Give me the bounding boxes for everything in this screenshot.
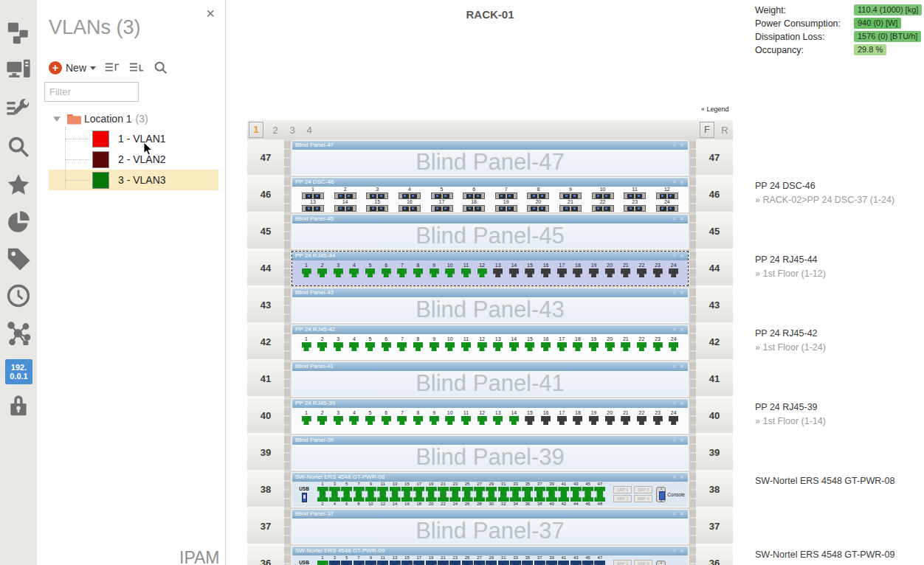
- rack-device-blind[interactable]: Blind Panel-45F RBlind Panel-45: [292, 214, 689, 249]
- rj45-port[interactable]: [570, 487, 582, 494]
- rj45-port[interactable]: [430, 268, 439, 277]
- console-port[interactable]: [656, 561, 666, 565]
- rj45-port[interactable]: [621, 268, 630, 277]
- fiber-duplex-port[interactable]: [302, 193, 324, 199]
- rack-device-blind[interactable]: Blind Panel-41F RBlind Panel-41: [292, 361, 689, 397]
- rj45-port[interactable]: [317, 342, 327, 351]
- rj45-port[interactable]: [637, 416, 647, 425]
- rj45-port[interactable]: [669, 416, 678, 425]
- fiber-duplex-port[interactable]: [624, 193, 646, 199]
- rj45-port[interactable]: [390, 487, 401, 494]
- rj45-port[interactable]: [430, 342, 439, 351]
- rj45-port[interactable]: [334, 416, 343, 425]
- rj45-port[interactable]: [605, 342, 615, 351]
- fiber-duplex-port[interactable]: [334, 205, 356, 212]
- rj45-port[interactable]: [349, 342, 359, 351]
- rj45-port[interactable]: [302, 416, 311, 425]
- pie-chart-icon[interactable]: [6, 209, 31, 235]
- fiber-duplex-port[interactable]: [527, 205, 549, 212]
- usb-port[interactable]: [302, 493, 307, 502]
- rj45-port[interactable]: [594, 494, 605, 502]
- rj45-port[interactable]: [349, 268, 359, 277]
- rj45-port[interactable]: [341, 494, 352, 502]
- fiber-duplex-port[interactable]: [366, 193, 388, 199]
- fiber-duplex-port[interactable]: [592, 193, 614, 199]
- rj45-port[interactable]: [317, 416, 327, 425]
- fiber-duplex-port[interactable]: [592, 205, 614, 212]
- rj45-port[interactable]: [445, 342, 455, 351]
- search-icon[interactable]: [153, 60, 169, 76]
- fiber-duplex-port[interactable]: [624, 205, 646, 212]
- rj45-port[interactable]: [498, 487, 509, 494]
- rj45-port[interactable]: [317, 561, 328, 565]
- fiber-duplex-port[interactable]: [302, 205, 324, 212]
- rj45-port[interactable]: [377, 494, 388, 502]
- rj45-port[interactable]: [377, 487, 388, 494]
- rj45-port[interactable]: [349, 416, 359, 425]
- rj45-port[interactable]: [462, 494, 473, 502]
- rj45-port[interactable]: [341, 487, 352, 494]
- rj45-port[interactable]: [354, 494, 365, 502]
- rj45-port[interactable]: [341, 561, 352, 565]
- rj45-port[interactable]: [582, 494, 593, 502]
- rj45-port[interactable]: [541, 342, 551, 351]
- console-port[interactable]: [656, 487, 666, 502]
- rj45-port[interactable]: [546, 487, 557, 494]
- rj45-port[interactable]: [390, 561, 401, 565]
- rj45-port[interactable]: [329, 494, 340, 502]
- rj45-port[interactable]: [334, 268, 343, 277]
- sfp-slot[interactable]: SFP 1: [613, 560, 632, 565]
- fiber-duplex-port[interactable]: [463, 193, 485, 199]
- rj45-port[interactable]: [541, 268, 551, 277]
- rj45-port[interactable]: [621, 342, 630, 351]
- rj45-port[interactable]: [438, 487, 449, 494]
- rj45-port[interactable]: [462, 487, 473, 494]
- rj45-port[interactable]: [438, 494, 449, 502]
- rj45-port[interactable]: [534, 561, 545, 565]
- fiber-duplex-port[interactable]: [366, 205, 388, 212]
- rj45-port[interactable]: [653, 268, 663, 277]
- rj45-port[interactable]: [498, 494, 509, 502]
- rj45-port[interactable]: [525, 268, 534, 277]
- fiber-duplex-port[interactable]: [495, 205, 517, 212]
- rj45-port[interactable]: [317, 487, 328, 494]
- fiber-duplex-port[interactable]: [431, 193, 453, 199]
- fiber-duplex-port[interactable]: [656, 193, 678, 199]
- fiber-duplex-port[interactable]: [495, 193, 517, 199]
- rj45-port[interactable]: [426, 561, 437, 565]
- rj45-port[interactable]: [510, 494, 521, 502]
- history-clock-icon[interactable]: [6, 283, 31, 308]
- rj45-port[interactable]: [401, 487, 413, 494]
- rj45-port[interactable]: [637, 342, 647, 351]
- rj45-port[interactable]: [477, 342, 487, 351]
- rj45-port[interactable]: [449, 487, 461, 494]
- rj45-port[interactable]: [329, 561, 340, 565]
- rj45-port[interactable]: [509, 268, 519, 277]
- rack-device-fiber[interactable]: PP 24 DSC-46F R1234567891011121314151617…: [292, 177, 689, 212]
- rj45-port[interactable]: [558, 561, 569, 565]
- rack-device-switch[interactable]: SW-Nortel ERS 4548 GT-PWR-08F RUSB123456…: [292, 472, 689, 507]
- rj45-port[interactable]: [413, 494, 424, 502]
- rj45-port[interactable]: [541, 416, 551, 425]
- rack-device-blind[interactable]: Blind Panel-47F RBlind Panel-47: [292, 140, 689, 176]
- rj45-port[interactable]: [397, 342, 407, 351]
- rj45-port[interactable]: [382, 268, 391, 277]
- rj45-port[interactable]: [302, 342, 311, 351]
- workstation-icon[interactable]: [6, 58, 31, 83]
- search-nav-icon[interactable]: [6, 134, 31, 159]
- rj45-port[interactable]: [382, 342, 391, 351]
- rj45-port[interactable]: [546, 494, 557, 502]
- rack-view-tab-R[interactable]: R: [720, 125, 730, 136]
- rj45-port[interactable]: [589, 268, 599, 277]
- rj45-port[interactable]: [474, 487, 485, 494]
- rj45-port[interactable]: [474, 561, 485, 565]
- rj45-port[interactable]: [461, 268, 471, 277]
- topology-icon[interactable]: [6, 320, 31, 345]
- rj45-port[interactable]: [397, 416, 407, 425]
- rj45-port[interactable]: [522, 487, 533, 494]
- rj45-port[interactable]: [557, 416, 567, 425]
- rj45-port[interactable]: [438, 561, 449, 565]
- rj45-port[interactable]: [354, 487, 365, 494]
- fiber-duplex-port[interactable]: [463, 205, 485, 212]
- rack-tab-2[interactable]: 2: [270, 125, 280, 136]
